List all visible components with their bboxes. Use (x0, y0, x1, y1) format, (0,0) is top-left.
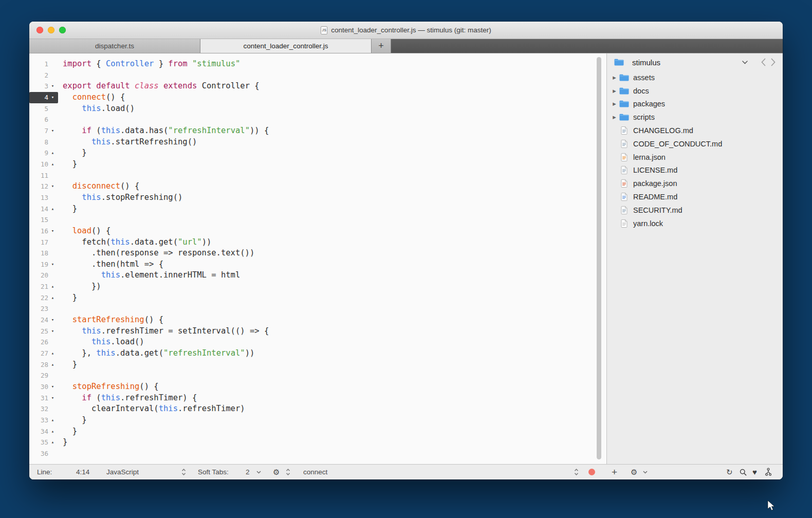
code-text[interactable]: load() { (58, 226, 110, 237)
line-number[interactable]: 22 (35, 292, 48, 304)
line-number[interactable]: 23 (35, 303, 48, 314)
code-text[interactable]: stopRefreshing() { (58, 381, 159, 393)
line-number[interactable]: 2 (35, 70, 48, 81)
code-text[interactable]: .then(response => response.text()) (58, 248, 254, 259)
code-line[interactable]: 32 clearInterval(this.refreshTimer) (29, 403, 606, 415)
code-text[interactable]: } (58, 203, 77, 215)
code-line[interactable]: 25 ▾ this.refreshTimer = setInterval(() … (29, 326, 606, 337)
line-number[interactable]: 4 (35, 92, 48, 103)
code-editor[interactable]: 1 import { Controller } from "stimulus" … (29, 53, 606, 464)
fold-toggle-icon[interactable]: ▴ (48, 159, 57, 170)
fold-toggle-icon[interactable]: ▾ (48, 381, 57, 393)
tree-folder[interactable]: ▶ assets (607, 71, 783, 84)
code-line[interactable]: 1 import { Controller } from "stimulus" (29, 59, 606, 70)
search-icon[interactable] (740, 465, 747, 479)
code-line[interactable]: 30 ▾ stopRefreshing() { (29, 381, 606, 393)
line-number[interactable]: 1 (35, 59, 48, 70)
favorites-heart-icon[interactable]: ♥ (752, 465, 757, 479)
tree-folder[interactable]: ▶ docs (607, 84, 783, 98)
symbol-stepper-icon[interactable] (574, 465, 579, 479)
code-text[interactable]: clearInterval(this.refreshTimer) (58, 403, 245, 415)
code-text[interactable]: this.refreshTimer = setInterval(() => { (58, 326, 269, 337)
line-number[interactable]: 35 (35, 437, 48, 448)
code-line[interactable]: 22 ▴ } (29, 292, 606, 304)
actions-gear-icon[interactable]: ⚙ (631, 465, 637, 479)
line-number[interactable]: 33 (35, 415, 48, 426)
zoom-window-button[interactable] (59, 27, 66, 33)
code-text[interactable]: }, this.data.get("refreshInterval")) (58, 348, 254, 359)
code-line[interactable]: 34 ▴ } (29, 426, 606, 437)
fold-toggle-icon[interactable]: ▴ (48, 415, 57, 426)
fold-toggle-icon[interactable]: ▾ (48, 393, 57, 404)
code-line[interactable]: 20 this.element.innerHTML = html (29, 270, 606, 281)
bundle-stepper-icon[interactable] (286, 465, 290, 479)
disclosure-triangle-icon[interactable]: ▶ (610, 75, 619, 80)
tree-file[interactable]: README.md (607, 190, 783, 203)
code-text[interactable]: this.startRefreshing() (58, 137, 197, 148)
tree-file[interactable]: LICENSE.md (607, 164, 783, 177)
code-line[interactable]: 2 (29, 70, 606, 81)
line-number[interactable]: 9 (35, 147, 48, 159)
code-line[interactable]: 24 ▾ startRefreshing() { (29, 314, 606, 326)
code-text[interactable]: } (58, 147, 87, 159)
code-text[interactable]: disconnect() { (58, 181, 139, 192)
code-line[interactable]: 14 ▴ } (29, 203, 606, 215)
code-text[interactable]: this.stopRefreshing() (58, 192, 182, 203)
fold-toggle-icon[interactable]: ▾ (48, 226, 57, 237)
line-number[interactable]: 36 (35, 448, 48, 459)
line-number[interactable]: 18 (35, 248, 48, 259)
code-line[interactable]: 16 ▾ load() { (29, 226, 606, 237)
code-text[interactable]: .then(html => { (58, 259, 163, 270)
tree-folder[interactable]: ▶ scripts (607, 110, 783, 124)
code-line[interactable]: 26 this.load() (29, 337, 606, 348)
code-text[interactable] (58, 303, 63, 314)
code-text[interactable]: if (this.data.has("refreshInterval")) { (58, 125, 269, 137)
line-number[interactable]: 16 (35, 226, 48, 237)
line-number[interactable]: 15 (35, 214, 48, 226)
code-text[interactable]: } (58, 415, 87, 426)
line-number[interactable]: 21 (35, 281, 48, 292)
code-text[interactable] (58, 448, 63, 459)
code-line[interactable]: 27 ▴ }, this.data.get("refreshInterval")… (29, 348, 606, 359)
disclosure-triangle-icon[interactable]: ▶ (610, 115, 619, 120)
fold-toggle-icon[interactable]: ▴ (48, 147, 57, 159)
line-number[interactable]: 17 (35, 237, 48, 248)
tab[interactable]: content_loader_controller.js (200, 39, 372, 53)
line-number[interactable]: 25 (35, 326, 48, 337)
code-text[interactable]: export default class extends Controller … (58, 81, 260, 92)
code-line[interactable]: 21 ▴ }) (29, 281, 606, 292)
soft-tabs-value[interactable]: 2 (246, 465, 250, 479)
fold-toggle-icon[interactable]: ▴ (48, 292, 57, 304)
language-stepper-icon[interactable] (181, 465, 186, 479)
code-text[interactable]: } (58, 426, 77, 437)
code-text[interactable] (58, 114, 63, 125)
code-text[interactable]: if (this.refreshTimer) { (58, 393, 197, 404)
code-line[interactable]: 12 ▾ disconnect() { (29, 181, 606, 192)
fold-toggle-icon[interactable]: ▾ (48, 259, 57, 270)
code-text[interactable]: } (58, 292, 77, 304)
close-window-button[interactable] (36, 27, 43, 33)
line-number[interactable]: 24 (35, 314, 48, 326)
code-text[interactable]: startRefreshing() { (58, 314, 163, 326)
code-line[interactable]: 28 ▴ } (29, 359, 606, 371)
line-number[interactable]: 10 (35, 159, 48, 170)
code-line[interactable]: 23 (29, 303, 606, 314)
fold-toggle-icon[interactable]: ▾ (48, 314, 57, 326)
tree-file[interactable]: yarn.lock (607, 217, 783, 230)
code-line[interactable]: 15 (29, 214, 606, 226)
add-file-button[interactable]: + (612, 465, 617, 479)
line-number[interactable]: 34 (35, 426, 48, 437)
code-text[interactable]: this.element.innerHTML = html (58, 270, 240, 281)
code-line[interactable]: 35 ▴ } (29, 437, 606, 448)
disclosure-triangle-icon[interactable]: ▶ (610, 88, 619, 94)
git-branch-icon[interactable] (765, 465, 772, 479)
editor-scrollbar[interactable] (597, 57, 601, 459)
line-number[interactable]: 12 (35, 181, 48, 192)
language-selector[interactable]: JavaScript (106, 465, 139, 479)
code-text[interactable]: import { Controller } from "stimulus" (58, 59, 240, 70)
code-line[interactable]: 36 (29, 448, 606, 459)
actions-chevron-icon[interactable] (643, 465, 648, 479)
history-forward-button[interactable] (771, 58, 776, 66)
symbol-selector[interactable]: connect (303, 465, 327, 479)
code-text[interactable]: } (58, 159, 77, 170)
